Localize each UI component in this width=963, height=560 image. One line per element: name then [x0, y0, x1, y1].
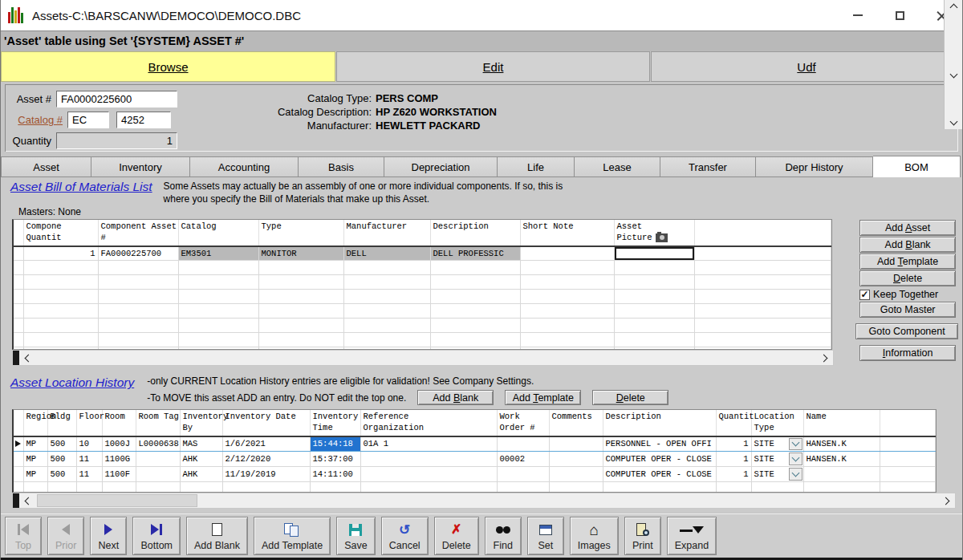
grid-cell[interactable]: 2/12/2020 — [222, 452, 310, 467]
keep-together-checkbox[interactable] — [859, 290, 870, 300]
add-template-toolbar-button[interactable]: Add Template — [254, 517, 331, 555]
grid-cell[interactable]: 1100F — [102, 467, 136, 482]
grid-cell[interactable]: MAS — [180, 436, 222, 452]
next-toolbar-button[interactable]: Next — [90, 517, 127, 555]
bom-horizontal-scrollbar[interactable] — [12, 350, 834, 366]
location-horizontal-scrollbar[interactable] — [12, 493, 956, 509]
column-header-work-order[interactable]: Work Order # — [497, 410, 549, 436]
maximize-button[interactable] — [879, 0, 920, 30]
tab-depreciation[interactable]: Depreciation — [384, 156, 498, 177]
minimize-button[interactable] — [837, 0, 879, 30]
grid-cell[interactable]: 15:44:18 — [310, 436, 360, 452]
grid-cell[interactable] — [497, 436, 549, 452]
column-header-description[interactable]: Description — [603, 410, 716, 436]
location-history-link[interactable]: Asset Location History — [10, 375, 134, 390]
add-blank-button[interactable]: Add Blank — [417, 390, 494, 405]
information-button[interactable]: Information — [859, 345, 956, 361]
scroll-left-icon[interactable] — [19, 498, 35, 504]
scroll-up-icon[interactable] — [949, 4, 957, 12]
grid-cell[interactable]: EM3501 — [178, 246, 258, 261]
add-blank-button[interactable]: Add Blank — [859, 237, 956, 253]
grid-cell[interactable]: 10 — [76, 436, 102, 452]
grid-cell[interactable]: 1/6/2021 — [222, 436, 310, 452]
dropdown-icon[interactable] — [789, 468, 802, 481]
column-header-room-tag[interactable]: Room Tag — [136, 410, 180, 436]
grid-cell[interactable]: HANSEN.K — [803, 436, 880, 452]
grid-cell[interactable]: 500 — [47, 452, 76, 467]
tab-lease[interactable]: Lease — [575, 156, 660, 177]
grid-cell[interactable]: MP — [23, 436, 47, 452]
tab-transfer[interactable]: Transfer — [660, 156, 756, 177]
column-header-name[interactable]: Name — [803, 410, 880, 436]
goto-component-button[interactable]: Goto Component — [855, 323, 958, 339]
column-header-inventory-by[interactable]: Inventory By — [180, 410, 222, 436]
grid-cell[interactable]: DELL PROFESSIC — [430, 246, 520, 261]
grid-cell[interactable]: 00002 — [497, 452, 549, 467]
location-vertical-scrollbar[interactable] — [944, 0, 962, 82]
grid-cell[interactable]: HANSEN.K — [803, 452, 880, 467]
grid-cell[interactable]: COMPUTER OPER - CLOSE — [603, 467, 716, 482]
catalog-prefix-input[interactable] — [67, 112, 109, 128]
grid-cell[interactable] — [360, 467, 497, 482]
column-header-short-note[interactable]: Short Note — [520, 220, 614, 246]
scroll-down-icon[interactable] — [949, 71, 957, 79]
scroll-left-icon[interactable] — [19, 355, 35, 361]
grid-cell[interactable]: 1 — [716, 436, 751, 452]
delete-button[interactable]: Delete — [592, 390, 668, 405]
grid-cell[interactable] — [497, 467, 549, 482]
scroll-thumb[interactable] — [37, 494, 197, 507]
column-header-floor[interactable]: Floor — [76, 410, 102, 436]
column-header-room[interactable]: Room — [102, 410, 136, 436]
find-toolbar-button[interactable]: Find — [485, 517, 522, 555]
grid-cell[interactable]: MP — [23, 452, 47, 467]
tab-basis[interactable]: Basis — [299, 156, 384, 177]
column-header-asset-picture[interactable]: Asset Picture — [614, 220, 694, 246]
grid-cell[interactable]: SITE — [751, 467, 803, 482]
add-asset-button[interactable]: Add Asset — [859, 220, 956, 236]
dropdown-icon[interactable] — [789, 452, 802, 465]
add-template-button[interactable]: Add Template — [505, 390, 581, 405]
tab-depr-history[interactable]: Depr History — [756, 156, 873, 177]
add-blank-toolbar-button[interactable]: Add Blank — [186, 517, 248, 555]
delete-toolbar-button[interactable]: ✗Delete — [434, 517, 479, 555]
grid-cell[interactable]: FA0000225700 — [98, 246, 178, 261]
grid-cell[interactable]: 500 — [47, 436, 76, 452]
grid-cell[interactable] — [360, 452, 497, 467]
scroll-right-icon[interactable] — [817, 355, 833, 361]
column-header-quantit[interactable]: Quantit — [716, 410, 751, 436]
grid-cell[interactable]: AHK — [180, 452, 222, 467]
column-header-type[interactable]: Type — [258, 220, 343, 246]
grid-cell[interactable]: 1100G — [102, 452, 136, 467]
column-header-reference-organization[interactable]: Reference Organization — [360, 410, 497, 436]
tab-udf[interactable]: Udf — [651, 51, 962, 82]
grid-cell[interactable]: 15:37:00 — [310, 452, 360, 467]
grid-cell[interactable]: 1 — [716, 467, 751, 482]
print-toolbar-button[interactable]: Print — [624, 517, 661, 555]
grid-cell[interactable] — [614, 246, 694, 261]
set-toolbar-button[interactable]: Set — [527, 517, 564, 555]
grid-cell[interactable] — [549, 452, 603, 467]
catalog-number-link[interactable]: Catalog # — [5, 114, 67, 126]
column-header-catalog[interactable]: Catalog — [178, 220, 258, 246]
column-header-manufacturer[interactable]: Manufacturer — [343, 220, 430, 246]
scroll-track[interactable] — [35, 351, 817, 365]
tab-asset[interactable]: Asset — [1, 156, 91, 177]
grid-cell[interactable]: L0000638 — [136, 436, 180, 452]
catalog-number-input[interactable] — [116, 112, 171, 128]
grid-cell[interactable]: 14:11:00 — [310, 467, 360, 482]
bottom-toolbar-button[interactable]: Bottom — [132, 517, 181, 555]
grid-cell[interactable]: 11/19/2019 — [222, 467, 310, 482]
grid-cell[interactable] — [803, 467, 880, 482]
prior-toolbar-button[interactable]: Prior — [47, 517, 84, 555]
scroll-right-icon[interactable] — [939, 498, 955, 504]
grid-cell[interactable]: SITE — [751, 436, 803, 452]
expand-toolbar-button[interactable]: Expand — [667, 517, 717, 555]
grid-cell[interactable]: MP — [23, 467, 47, 482]
grid-cell[interactable]: 1 — [716, 452, 751, 467]
top-toolbar-button[interactable]: Top — [5, 517, 42, 555]
cancel-toolbar-button[interactable]: ↺Cancel — [381, 517, 429, 555]
save-toolbar-button[interactable]: Save — [336, 517, 376, 555]
grid-cell[interactable]: COMPUTER OPER - CLOSE — [603, 452, 716, 467]
grid-cell[interactable] — [520, 246, 614, 261]
tab-edit[interactable]: Edit — [336, 51, 650, 82]
